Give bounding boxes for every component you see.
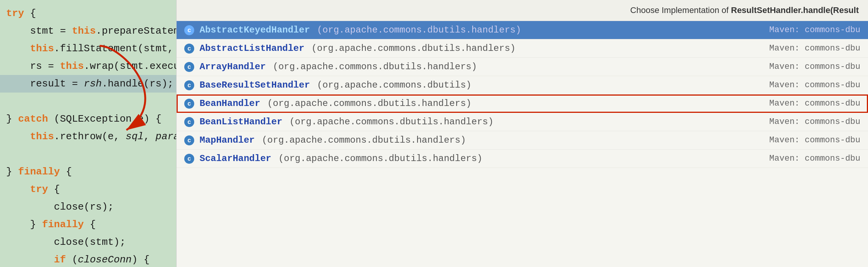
- class-icon: c: [184, 80, 194, 90]
- class-icon: c: [184, 25, 194, 35]
- main-container: try { stmt = this.prepareStatement(conn,…: [0, 0, 868, 267]
- code-line-14: close(stmt);: [0, 233, 176, 251]
- code-line-4: rs = this.wrap(stmt.executeQuery());: [0, 57, 176, 75]
- header-bold: ResultSetHandler.handle(Result: [731, 5, 859, 15]
- code-line-3: this.fillStatement(stmt, params);: [0, 40, 176, 57]
- code-line-9: [0, 145, 176, 163]
- item-source: Maven: commons-dbu: [769, 135, 860, 145]
- item-package: (org.apache.commons.dbutils.handlers): [256, 135, 466, 145]
- header-text: Choose Implementation of: [630, 5, 731, 15]
- list-item[interactable]: c AbstractListHandler (org.apache.common…: [177, 39, 868, 58]
- list-item[interactable]: c AbstractKeyedHandler (org.apache.commo…: [177, 21, 868, 39]
- item-name: AbstractKeyedHandler: [200, 25, 310, 35]
- item-package: (org.apache.commons.dbutils.handlers): [306, 43, 516, 54]
- code-line-13: } finally {: [0, 216, 176, 233]
- item-name: ScalarHandler: [200, 153, 271, 164]
- item-name: AbstractListHandler: [200, 43, 305, 54]
- item-name: BeanHandler: [200, 98, 260, 109]
- code-line-11: try {: [0, 181, 176, 198]
- keyword-try: try: [6, 8, 24, 19]
- item-package: (org.apache.commons.dbutils.handlers): [267, 62, 477, 72]
- code-editor: try { stmt = this.prepareStatement(conn,…: [0, 0, 176, 267]
- list-item[interactable]: c BaseResultSetHandler (org.apache.commo…: [177, 76, 868, 94]
- class-icon: c: [184, 99, 194, 109]
- item-name: BaseResultSetHandler: [200, 80, 310, 90]
- code-line-5: result = rsh.handle(rs);: [0, 75, 176, 93]
- code-line-6: [0, 93, 176, 110]
- code-line-2: stmt = this.prepareStatement(conn, sql);: [0, 22, 176, 40]
- code-line-7: } catch (SQLException e) {: [0, 110, 176, 128]
- item-package: (org.apache.commons.dbutils.handlers): [262, 98, 471, 109]
- class-icon: c: [184, 154, 194, 164]
- item-source: Maven: commons-dbu: [769, 62, 860, 72]
- item-source: Maven: commons-dbu: [769, 25, 860, 35]
- item-package: (org.apache.commons.dbutils.handlers): [273, 153, 482, 164]
- item-package: (org.apache.commons.dbutils.handlers): [311, 25, 521, 35]
- item-name: MapHandler: [200, 135, 255, 145]
- class-icon: c: [184, 135, 194, 145]
- code-line-10: } finally {: [0, 163, 176, 181]
- autocomplete-panel: Choose Implementation of ResultSetHandle…: [176, 0, 868, 267]
- list-item[interactable]: c ScalarHandler (org.apache.commons.dbut…: [177, 150, 868, 168]
- item-name: ArrayHandler: [200, 62, 266, 72]
- item-source: Maven: commons-dbu: [769, 80, 860, 90]
- list-item[interactable]: c BeanHandler (org.apache.commons.dbutil…: [177, 94, 868, 113]
- item-package: (org.apache.commons.dbutils): [311, 80, 472, 90]
- item-source: Maven: commons-dbu: [769, 117, 860, 127]
- item-source: Maven: commons-dbu: [769, 154, 860, 163]
- code-line-15: if (closeConn) {: [0, 251, 176, 267]
- code-line-12: close(rs);: [0, 198, 176, 216]
- item-package: (org.apache.commons.dbutils.handlers): [284, 117, 493, 127]
- item-source: Maven: commons-dbu: [769, 44, 860, 53]
- list-item[interactable]: c ArrayHandler (org.apache.commons.dbuti…: [177, 58, 868, 76]
- list-item[interactable]: c BeanListHandler (org.apache.commons.db…: [177, 113, 868, 131]
- list-item[interactable]: c MapHandler (org.apache.commons.dbutils…: [177, 131, 868, 150]
- item-source: Maven: commons-dbu: [769, 99, 860, 108]
- class-icon: c: [184, 44, 194, 54]
- class-icon: c: [184, 117, 194, 127]
- code-line-8: this.rethrow(e, sql, para: [0, 128, 176, 145]
- autocomplete-list: c AbstractKeyedHandler (org.apache.commo…: [177, 21, 868, 267]
- autocomplete-header: Choose Implementation of ResultSetHandle…: [177, 0, 868, 21]
- code-line-1: try {: [0, 5, 176, 22]
- item-name: BeanListHandler: [200, 117, 282, 127]
- class-icon: c: [184, 62, 194, 72]
